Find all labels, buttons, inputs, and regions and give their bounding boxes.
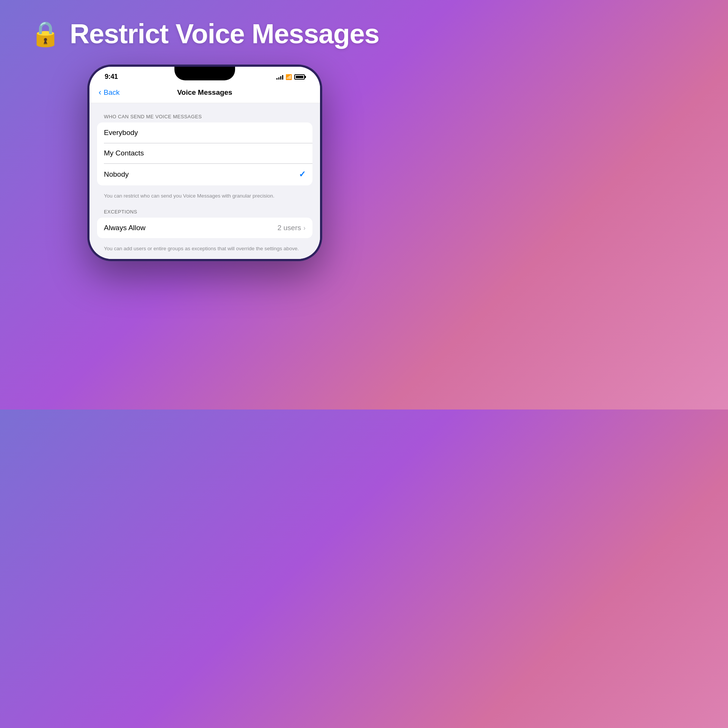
signal-bars-icon (276, 74, 283, 80)
chevron-right-icon: › (303, 224, 306, 232)
nav-bar: ‹ Back Voice Messages (89, 84, 320, 103)
nav-title: Voice Messages (177, 88, 232, 97)
page-title: Restrict Voice Messages (70, 18, 379, 49)
chevron-left-icon: ‹ (99, 88, 101, 97)
always-allow-row[interactable]: Always Allow 2 users › (97, 218, 312, 238)
phone-frame: 9:41 📶 ‹ Back Voice Messages (87, 64, 322, 261)
phone-notch (174, 67, 235, 80)
status-icons: 📶 (276, 74, 305, 80)
nobody-label: Nobody (104, 170, 129, 179)
wifi-icon: 📶 (286, 74, 292, 80)
status-time: 9:41 (105, 73, 118, 81)
exceptions-note: You can add users or entire groups as ex… (97, 242, 312, 259)
selected-checkmark-icon: ✓ (299, 169, 306, 179)
phone-screen: 9:41 📶 ‹ Back Voice Messages (89, 67, 320, 259)
everybody-row[interactable]: Everybody (97, 122, 312, 143)
battery-icon (294, 74, 305, 80)
exceptions-label: EXCEPTIONS (97, 209, 312, 215)
back-button[interactable]: ‹ Back (99, 88, 120, 97)
always-allow-value-area: 2 users › (278, 224, 306, 232)
settings-content: WHO CAN SEND ME VOICE MESSAGES Everybody… (89, 103, 320, 259)
who-can-send-note: You can restrict who can send you Voice … (97, 189, 312, 206)
who-can-send-group: Everybody My Contacts Nobody ✓ (97, 122, 312, 185)
nobody-row[interactable]: Nobody ✓ (97, 163, 312, 185)
exceptions-group: Always Allow 2 users › (97, 218, 312, 238)
back-label: Back (104, 88, 119, 97)
always-allow-label: Always Allow (104, 224, 146, 232)
lock-icon: 🔒 (30, 22, 61, 46)
everybody-label: Everybody (104, 129, 138, 137)
exceptions-section: EXCEPTIONS Always Allow 2 users › You ca… (97, 209, 312, 259)
page-header: 🔒 Restrict Voice Messages (30, 18, 379, 49)
my-contacts-row[interactable]: My Contacts (97, 143, 312, 163)
my-contacts-label: My Contacts (104, 149, 144, 157)
always-allow-value: 2 users (278, 224, 301, 232)
who-can-send-label: WHO CAN SEND ME VOICE MESSAGES (97, 114, 312, 119)
